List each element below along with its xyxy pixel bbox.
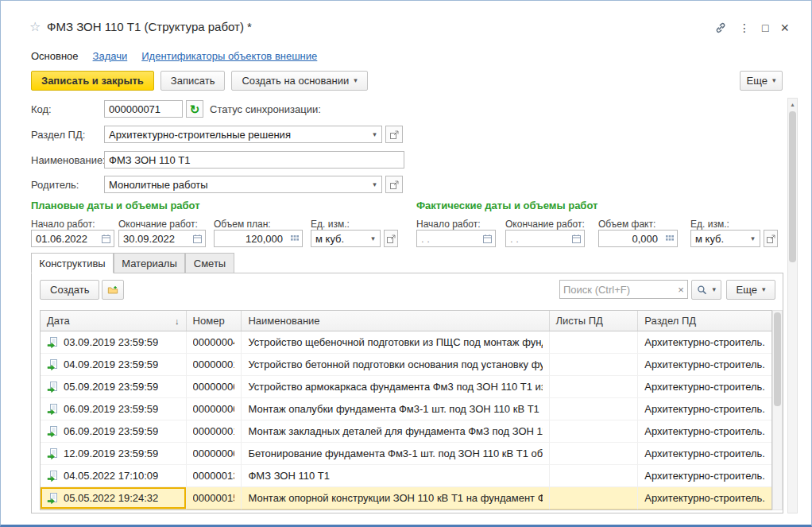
- tab-estimates[interactable]: Сметы: [185, 253, 234, 273]
- table-row[interactable]: 05.09.2019 23:59:59 000000008 Устройство…: [41, 376, 771, 398]
- work-item-icon: [47, 471, 59, 482]
- name-input[interactable]: ФМЗ ЗОН 110 Т1: [104, 151, 404, 169]
- chevron-down-icon[interactable]: ▾: [746, 231, 760, 246]
- search-options-button[interactable]: ▾: [691, 280, 721, 300]
- column-section[interactable]: Раздел ПД: [638, 311, 771, 331]
- column-name[interactable]: Наименование: [242, 311, 549, 331]
- scroll-up-icon[interactable]: ▴: [788, 99, 797, 110]
- maximize-icon[interactable]: □: [762, 22, 768, 33]
- calendar-icon[interactable]: [190, 231, 205, 246]
- create-button[interactable]: Создать: [40, 280, 99, 300]
- save-and-close-button[interactable]: Записать и закрыть: [31, 71, 154, 91]
- table-row[interactable]: 04.05.2022 17:10:09 000000139 ФМЗ ЗОН 11…: [41, 465, 771, 487]
- row-section: Архитектурно-строитель...: [644, 336, 765, 348]
- calculator-icon[interactable]: [287, 231, 302, 246]
- planned-start-value: 01.06.2022: [32, 233, 99, 245]
- chevron-down-icon[interactable]: ▾: [366, 231, 380, 246]
- planned-end-date-input[interactable]: 30.09.2022: [118, 230, 206, 247]
- row-date: 12.09.2019 23:59:59: [64, 448, 158, 459]
- column-sheets[interactable]: Листы ПД: [550, 311, 639, 331]
- calendar-icon[interactable]: [569, 231, 584, 246]
- search-box: ×: [559, 280, 688, 299]
- calendar-icon[interactable]: [480, 231, 495, 246]
- calculator-icon[interactable]: [662, 231, 677, 246]
- row-section: Архитектурно-строитель...: [644, 381, 765, 393]
- work-item-icon: [47, 359, 59, 370]
- table-scrollbar[interactable]: [772, 310, 783, 510]
- table-row[interactable]: 12.09.2019 23:59:59 000000007 Бетонирова…: [41, 443, 771, 465]
- row-number: 000000011: [193, 425, 235, 437]
- code-input[interactable]: 000000071: [104, 100, 183, 118]
- planned-unit-open-button[interactable]: [384, 230, 398, 247]
- chevron-down-icon[interactable]: ▾: [368, 126, 381, 142]
- table-scrollbar-thumb[interactable]: [774, 312, 781, 406]
- tab-main[interactable]: Основное: [31, 50, 79, 62]
- table-row[interactable]: 03.09.2019 23:59:59 000000046 Устройство…: [41, 331, 771, 354]
- parent-value: Монолитные работы: [105, 179, 368, 191]
- actual-end-date-input[interactable]: . .: [505, 230, 585, 247]
- search-input[interactable]: [560, 284, 675, 296]
- tab-constructives[interactable]: Конструктивы: [31, 253, 114, 273]
- clear-search-icon[interactable]: ×: [675, 285, 687, 295]
- create-group-button[interactable]: [102, 280, 124, 300]
- sync-refresh-button[interactable]: ↻: [186, 100, 203, 118]
- row-section: Архитектурно-строитель...: [644, 448, 765, 459]
- table-row[interactable]: 06.09.2019 23:59:59 000000011 Монтаж зак…: [41, 420, 771, 443]
- actual-end-value: . .: [506, 233, 569, 245]
- row-date: 06.09.2019 23:59:59: [64, 403, 158, 415]
- section-pd-open-button[interactable]: [385, 126, 403, 143]
- column-date[interactable]: Дата ↓: [41, 311, 187, 331]
- actual-end-label: Окончание работ:: [505, 219, 585, 230]
- list-more-button[interactable]: Еще ▾: [726, 280, 775, 300]
- work-item-icon: [47, 404, 59, 415]
- favorite-star-icon[interactable]: ☆: [29, 19, 41, 34]
- form-more-button[interactable]: Еще ▾: [740, 71, 783, 91]
- row-number: 000000007: [193, 448, 235, 459]
- table-row[interactable]: 06.09.2019 23:59:59 000000009 Монтаж опа…: [41, 398, 771, 420]
- table-body: 03.09.2019 23:59:59 000000046 Устройство…: [41, 331, 771, 510]
- calendar-icon[interactable]: [99, 231, 114, 246]
- window-title: ФМЗ ЗОН 110 Т1 (Структура работ) *: [47, 20, 252, 33]
- actual-unit-open-button[interactable]: [764, 230, 778, 247]
- row-name: Бетонирование фундамента Фм3-1 шт. под З…: [248, 448, 542, 459]
- create-based-on-button[interactable]: Создать на основании ▾: [231, 71, 367, 91]
- planned-end-label: Окончание работ:: [118, 219, 198, 230]
- planned-volume-input[interactable]: 120,000: [214, 230, 303, 247]
- row-number: 000000151: [193, 492, 235, 504]
- form-scrollbar-thumb[interactable]: [789, 111, 796, 262]
- form-scrollbar[interactable]: ▴: [787, 98, 798, 513]
- actual-unit-select[interactable]: м куб. ▾: [690, 230, 760, 247]
- table-header: Дата ↓ Номер Наименование Листы ПД Разде…: [41, 311, 771, 331]
- save-button[interactable]: Записать: [160, 71, 226, 91]
- actual-unit-value: м куб.: [691, 233, 746, 245]
- section-pd-select[interactable]: Архитектурно-строительные решения ▾: [104, 126, 382, 143]
- more-actions-icon[interactable]: ⋮: [739, 22, 750, 33]
- parent-select[interactable]: Монолитные работы ▾: [104, 176, 382, 193]
- chevron-down-icon[interactable]: ▾: [368, 176, 381, 192]
- actual-section-header: Фактические даты и объемы работ: [416, 200, 597, 211]
- tab-materials[interactable]: Материалы: [114, 253, 185, 273]
- column-number[interactable]: Номер: [187, 311, 242, 331]
- open-icon: [386, 234, 396, 244]
- table-row[interactable]: 05.05.2022 19:24:32 000000151 Монтаж опо…: [41, 487, 771, 510]
- get-link-icon[interactable]: [714, 21, 727, 34]
- list-more-label: Еще: [737, 284, 757, 296]
- tab-tasks[interactable]: Задачи: [93, 50, 128, 62]
- tab-external-identifiers[interactable]: Идентификаторы объектов внешние: [141, 50, 317, 62]
- tab-constructives-label: Конструктивы: [39, 258, 105, 269]
- row-date: 06.09.2019 23:59:59: [64, 425, 158, 437]
- planned-start-date-input[interactable]: 01.06.2022: [31, 230, 114, 247]
- close-icon[interactable]: ×: [780, 21, 789, 35]
- planned-volume-value: 120,000: [215, 233, 287, 245]
- work-item-icon: [47, 382, 59, 393]
- row-name: Устройство щебеночной подготовки из ПЩС …: [248, 336, 542, 348]
- planned-unit-select[interactable]: м куб. ▾: [311, 230, 381, 247]
- planned-unit-label: Ед. изм.:: [311, 219, 350, 230]
- sync-icon: ↻: [190, 103, 200, 115]
- table-row[interactable]: 04.09.2019 23:59:59 000000010 Устройство…: [41, 354, 771, 376]
- actual-start-label: Начало работ:: [416, 219, 481, 230]
- parent-open-button[interactable]: [385, 176, 403, 193]
- column-name-label: Наименование: [248, 315, 319, 327]
- actual-start-date-input[interactable]: . .: [416, 230, 496, 247]
- actual-volume-input[interactable]: 0,000: [598, 230, 678, 247]
